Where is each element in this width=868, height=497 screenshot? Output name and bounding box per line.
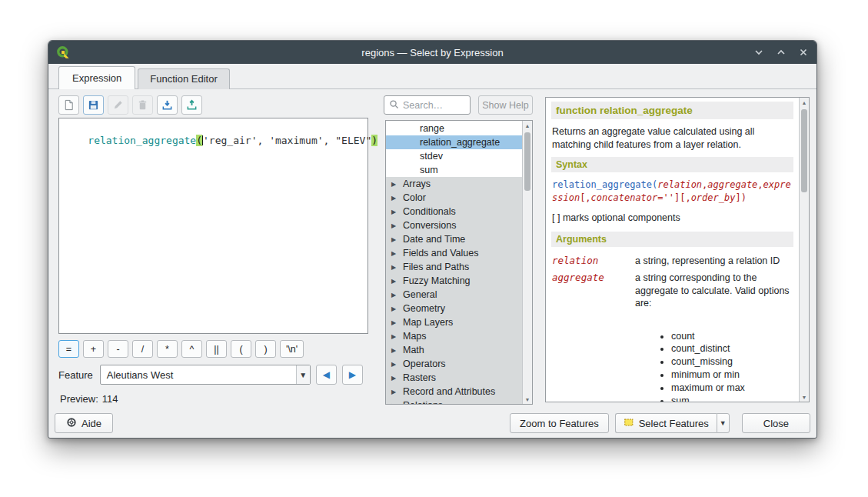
- chevron-down-icon[interactable]: ▼: [296, 365, 310, 384]
- lifebuoy-icon: [66, 417, 77, 430]
- syntax-code: relation_aggregate(relation,aggregate,ex…: [551, 172, 793, 207]
- function-list-item[interactable]: range: [386, 122, 522, 135]
- argument-desc: a string, representing a relation ID: [635, 255, 793, 268]
- help-button[interactable]: Aide: [55, 413, 113, 433]
- tab-function-editor[interactable]: Function Editor: [138, 68, 229, 89]
- scrollbar-thumb[interactable]: [524, 132, 530, 191]
- zoom-to-features-button[interactable]: Zoom to Features: [510, 413, 609, 433]
- function-list-item[interactable]: ▶Conversions: [386, 218, 522, 232]
- preview-value: 114: [102, 393, 118, 405]
- function-list-item[interactable]: ▶Date and Time: [386, 232, 522, 246]
- argument-name: aggregate: [552, 272, 630, 310]
- function-list-item[interactable]: ▶Relations: [386, 399, 522, 404]
- export-expression-icon[interactable]: [181, 95, 202, 115]
- help-scrollbar[interactable]: ▲ ▼: [799, 98, 809, 402]
- aggregate-options-list: countcount_distinctcount_missingminimum …: [660, 330, 793, 402]
- expression-editor[interactable]: relation_aggregate('reg_air', 'maximum',…: [58, 118, 368, 334]
- operator-button-6[interactable]: ||: [206, 340, 227, 358]
- feature-label: Feature: [58, 369, 93, 381]
- preview-row: Preview:114: [60, 393, 118, 405]
- select-by-expression-dialog: regions — Select by Expression Expressio…: [48, 40, 817, 439]
- feature-row: Feature Aleutians West ▼ ◀ ▶: [58, 365, 363, 385]
- close-button[interactable]: Close: [742, 413, 810, 433]
- select-features-dropdown-icon[interactable]: ▼: [717, 413, 730, 433]
- aggregate-option: minimum or min: [671, 369, 793, 382]
- function-list-item[interactable]: ▶Rasters: [386, 371, 522, 385]
- operator-button-1[interactable]: +: [83, 340, 104, 358]
- operator-button-4[interactable]: *: [157, 340, 178, 358]
- qgis-logo-icon: [56, 45, 72, 60]
- aggregate-option: count_missing: [671, 355, 793, 369]
- operator-button-3[interactable]: /: [132, 340, 153, 358]
- save-expression-icon[interactable]: [83, 95, 104, 115]
- titlebar[interactable]: regions — Select by Expression: [48, 41, 816, 64]
- operator-button-8[interactable]: ): [255, 340, 276, 358]
- edit-expression-icon: [108, 95, 128, 115]
- function-list-item[interactable]: ▶Color: [386, 191, 522, 205]
- function-list-item[interactable]: sum: [386, 163, 522, 177]
- function-list-item[interactable]: ▶Files and Paths: [386, 260, 522, 274]
- operator-button-7[interactable]: (: [231, 340, 251, 358]
- function-list-item[interactable]: ▶Operators: [386, 357, 522, 371]
- argument-name: relation: [552, 255, 630, 268]
- help-title: function relation_aggregate: [551, 102, 793, 119]
- expression-toolbar: [58, 95, 202, 115]
- search-input[interactable]: [403, 100, 465, 111]
- function-list-item[interactable]: relation_aggregate: [386, 135, 522, 149]
- function-list-scrollbar[interactable]: ▲ ▼: [522, 121, 532, 404]
- help-button-label: Aide: [81, 418, 101, 429]
- scroll-down-icon[interactable]: ▼: [523, 395, 532, 404]
- optional-note: [ ] marks optional components: [551, 207, 793, 232]
- next-feature-button[interactable]: ▶: [342, 365, 363, 385]
- window-title: regions — Select by Expression: [48, 47, 816, 58]
- function-help-panel: function relation_aggregate Returns an a…: [545, 97, 810, 402]
- show-help-button[interactable]: Show Help: [478, 95, 533, 115]
- search-icon: [389, 98, 399, 112]
- aggregate-option: count_distinct: [671, 342, 793, 355]
- aggregate-option: maximum or max: [671, 382, 793, 395]
- feature-value: Aleutians West: [101, 365, 296, 384]
- select-features-button[interactable]: Select Features: [615, 413, 717, 433]
- scroll-up-icon[interactable]: ▲: [523, 121, 532, 130]
- operator-button-0[interactable]: =: [58, 340, 79, 358]
- function-list-item[interactable]: ▶Record and Attributes: [386, 385, 522, 399]
- function-list: rangerelation_aggregatestdevsum▶Arrays▶C…: [385, 120, 533, 405]
- select-features-label: Select Features: [639, 418, 709, 429]
- function-list-items: rangerelation_aggregatestdevsum▶Arrays▶C…: [386, 122, 522, 404]
- select-features-icon: [624, 417, 634, 430]
- scroll-up-icon[interactable]: ▲: [800, 98, 809, 107]
- close-icon[interactable]: [798, 47, 809, 58]
- aggregate-option: sum: [671, 395, 793, 402]
- maximize-icon[interactable]: [776, 47, 787, 58]
- scrollbar-thumb[interactable]: [801, 109, 807, 192]
- function-list-item[interactable]: stdev: [386, 149, 522, 163]
- tab-expression[interactable]: Expression: [58, 66, 135, 89]
- arguments-header: Arguments: [551, 232, 793, 247]
- expression-code: relation_aggregate('reg_air', 'maximum',…: [88, 135, 377, 146]
- tab-bar: Expression Function Editor: [48, 64, 816, 89]
- operator-button-5[interactable]: ^: [181, 340, 202, 358]
- scroll-down-icon[interactable]: ▼: [800, 392, 809, 402]
- arguments-table: relation a string, representing a relati…: [551, 247, 793, 310]
- new-expression-icon[interactable]: [58, 95, 79, 115]
- function-list-item[interactable]: ▶Fields and Values: [386, 246, 522, 260]
- argument-desc: a string corresponding to the aggregate …: [635, 272, 793, 310]
- function-list-item[interactable]: ▶Conditionals: [386, 205, 522, 218]
- syntax-header: Syntax: [551, 157, 793, 172]
- shade-icon[interactable]: [753, 47, 764, 58]
- function-list-item[interactable]: ▶Geometry: [386, 302, 522, 315]
- function-list-item[interactable]: ▶Fuzzy Matching: [386, 274, 522, 288]
- function-list-item[interactable]: ▶Map Layers: [386, 315, 522, 329]
- operator-button-2[interactable]: -: [108, 340, 128, 358]
- previous-feature-button[interactable]: ◀: [316, 365, 337, 385]
- operator-button-9[interactable]: '\n': [280, 340, 304, 358]
- function-list-item[interactable]: ▶Maps: [386, 329, 522, 343]
- aggregate-option: count: [671, 330, 793, 343]
- operator-buttons: =+-/*^||()'\n': [58, 340, 304, 358]
- feature-combobox[interactable]: Aleutians West ▼: [100, 365, 311, 385]
- function-list-item[interactable]: ▶General: [386, 288, 522, 302]
- search-box[interactable]: [384, 95, 471, 115]
- function-list-item[interactable]: ▶Arrays: [386, 177, 522, 191]
- import-expression-icon[interactable]: [157, 95, 178, 115]
- function-list-item[interactable]: ▶Math: [386, 343, 522, 357]
